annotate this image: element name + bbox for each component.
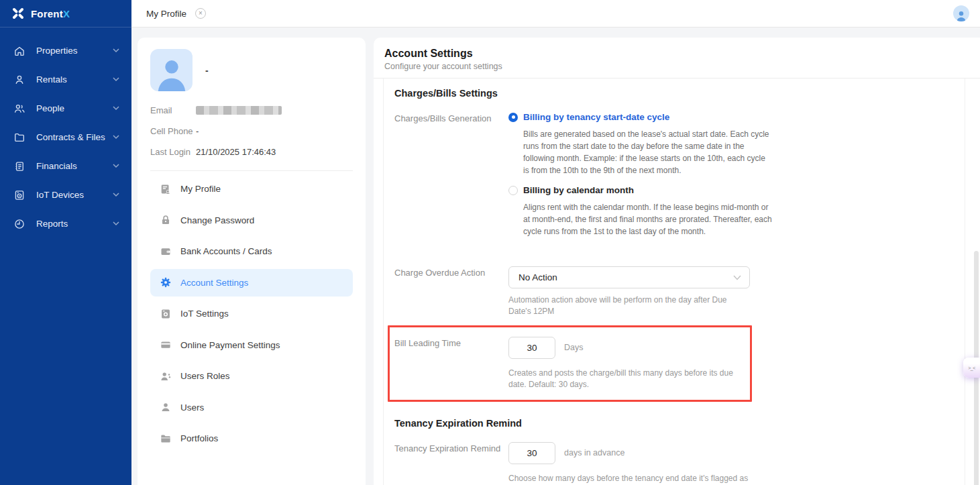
brand-logo[interactable]: ForentX [0, 0, 131, 28]
person-icon [13, 74, 25, 86]
menu-item-account-settings[interactable]: Account Settings [150, 269, 353, 297]
id-card-icon [160, 183, 172, 195]
bill-leading-label: Bill Leading Time [394, 337, 508, 391]
folder-icon [160, 433, 172, 445]
radio-unselected-icon[interactable] [508, 186, 518, 195]
menu-item-online-payment-settings[interactable]: Online Payment Settings [150, 331, 353, 359]
profile-card: - Email Cell Phone - Last Login 21/10/20… [138, 38, 366, 485]
chevron-down-icon [733, 275, 741, 280]
tenancy-remind-control: days in advance Choose how many days bef… [508, 442, 777, 485]
sidebar-item-iot-devices[interactable]: IoT Devices [0, 180, 131, 209]
chevron-down-icon [113, 135, 119, 140]
profile-head: - [150, 49, 353, 91]
sidebar: ForentX Properties Rentals People [0, 0, 131, 485]
radio-label[interactable]: Billing by calendar month [523, 185, 634, 195]
radio-billing-calendar-month[interactable]: Billing by calendar month [508, 185, 773, 195]
page-title: Account Settings [384, 48, 969, 60]
feedback-widget-button[interactable]: >_< [963, 358, 980, 378]
brand-x-icon [11, 7, 25, 20]
credit-card-icon [160, 339, 172, 351]
radio-description: Aligns rent with the calendar month. If … [523, 201, 773, 237]
radio-selected-icon[interactable] [508, 113, 518, 122]
select-value: No Action [519, 272, 557, 282]
gear-icon [160, 276, 172, 288]
tenancy-remind-input-group: days in advance [508, 442, 777, 464]
email-value-redacted [196, 106, 282, 115]
sidebar-item-properties[interactable]: Properties [0, 36, 131, 65]
sidebar-item-contracts-files[interactable]: Contracts & Files [0, 123, 131, 152]
close-tab-icon[interactable]: × [195, 8, 206, 19]
menu-item-iot-settings[interactable]: IoT Settings [150, 300, 353, 327]
avatar-person-icon [154, 55, 190, 91]
chevron-down-icon [113, 164, 119, 168]
sidebar-item-label: People [36, 103, 113, 113]
page-subtitle: Configure your account settings [384, 62, 969, 71]
menu-item-my-profile[interactable]: My Profile [150, 175, 353, 203]
bill-leading-help: Creates and posts the charge/bill this m… [508, 368, 750, 391]
tenancy-remind-help: Choose how many days before the tenancy … [508, 473, 777, 485]
chevron-down-icon [113, 77, 119, 82]
menu-item-label: Bank Accounts / Cards [180, 246, 272, 256]
sidebar-item-label: IoT Devices [36, 190, 113, 200]
section-title-tenancy: Tenancy Expiration Remind [394, 418, 965, 429]
charge-overdue-help: Automation action above will be perform … [508, 294, 749, 318]
avatar-person-icon [955, 9, 967, 21]
settings-scroll-area: Charges/Bills Settings Charges/Bills Gen… [383, 78, 965, 485]
user-roles-icon [160, 370, 172, 382]
cell-phone-label: Cell Phone [150, 126, 196, 136]
folder-icon [13, 131, 25, 144]
tenancy-remind-unit: days in advance [564, 448, 624, 457]
user-avatar[interactable] [953, 5, 969, 21]
tenancy-remind-input[interactable] [508, 442, 555, 464]
chevron-down-icon [113, 106, 119, 111]
charge-overdue-label: Charge Overdue Action [394, 266, 508, 318]
cell-phone-row: Cell Phone - [150, 121, 353, 142]
lock-icon [160, 214, 172, 226]
sidebar-item-label: Properties [36, 46, 113, 56]
menu-item-bank-accounts-cards[interactable]: Bank Accounts / Cards [150, 237, 353, 265]
profile-fields: Email Cell Phone - Last Login 21/10/2025… [150, 100, 353, 162]
charges-generation-row: Charges/Bills Generation Billing by tena… [394, 112, 965, 246]
menu-item-users[interactable]: Users [150, 394, 353, 421]
sidebar-item-rentals[interactable]: Rentals [0, 65, 131, 94]
divider [150, 170, 353, 171]
charges-generation-options: Billing by tenancy start-date cycle Bill… [508, 112, 773, 246]
tenancy-remind-label: Tenancy Expiration Remind [394, 442, 508, 485]
brand-name: ForentX [31, 8, 70, 19]
cell-phone-value: - [196, 126, 199, 136]
charge-overdue-select[interactable]: No Action [508, 266, 750, 288]
sidebar-item-financials[interactable]: Financials [0, 152, 131, 180]
sidebar-item-reports[interactable]: Reports [0, 209, 131, 238]
menu-item-label: Online Payment Settings [180, 340, 280, 350]
menu-item-label: My Profile [180, 184, 221, 194]
profile-avatar [150, 49, 193, 91]
content-area: - Email Cell Phone - Last Login 21/10/20… [131, 28, 980, 485]
menu-item-label: Users Roles [180, 371, 230, 381]
email-label: Email [150, 105, 196, 115]
tenancy-remind-row: Tenancy Expiration Remind days in advanc… [394, 442, 965, 485]
home-icon [13, 45, 25, 57]
bill-leading-input[interactable] [508, 337, 555, 359]
device-icon [13, 189, 25, 201]
bill-leading-control: Days Creates and posts the charge/bill t… [508, 337, 750, 391]
bill-leading-row: Bill Leading Time Days Creates and posts… [394, 337, 750, 391]
sidebar-item-label: Reports [36, 219, 113, 229]
last-login-label: Last Login [150, 147, 196, 157]
charge-overdue-row: Charge Overdue Action No Action Automati… [394, 266, 965, 318]
menu-item-change-password[interactable]: Change Password [150, 207, 353, 234]
radio-label[interactable]: Billing by tenancy start-date cycle [523, 112, 669, 122]
chevron-down-icon [113, 221, 119, 226]
tab-my-profile[interactable]: My Profile [146, 9, 186, 19]
menu-item-users-roles[interactable]: Users Roles [150, 362, 353, 390]
menu-item-portfolios[interactable]: Portfolios [150, 425, 353, 452]
wallet-icon [160, 246, 172, 258]
last-login-row: Last Login 21/10/2025 17:46:43 [150, 142, 353, 162]
charges-generation-label: Charges/Bills Generation [394, 112, 508, 246]
sidebar-item-people[interactable]: People [0, 94, 131, 123]
radio-billing-tenancy-cycle[interactable]: Billing by tenancy start-date cycle [508, 112, 773, 122]
chevron-down-icon [113, 193, 119, 197]
menu-item-label: Users [180, 402, 204, 413]
people-icon [13, 103, 25, 115]
radio-description: Bills are generated based on the lease's… [523, 128, 773, 176]
bill-leading-input-group: Days [508, 337, 750, 359]
